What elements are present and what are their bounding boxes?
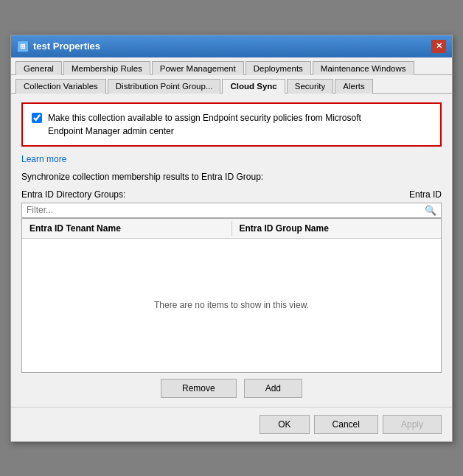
checkbox-label: Make this collection available to assign… <box>48 111 361 138</box>
title-bar: ⊞ test Properties ✕ <box>11 35 452 57</box>
directory-groups-label: Entra ID Directory Groups: <box>21 189 125 200</box>
tabs-row2: Collection Variables Distribution Point … <box>11 75 452 94</box>
filter-input[interactable] <box>27 205 425 215</box>
content-area: Make this collection available to assign… <box>11 94 452 407</box>
directory-groups-table: Entra ID Tenant Name Entra ID Group Name… <box>21 218 442 373</box>
tab-maintenance-windows[interactable]: Maintenance Windows <box>313 61 414 75</box>
cancel-button[interactable]: Cancel <box>314 415 378 434</box>
column-tenant-name: Entra ID Tenant Name <box>22 221 232 236</box>
filter-box: 🔍 <box>21 203 442 218</box>
sync-description: Synchronize collection membership result… <box>21 172 442 182</box>
learn-more-link[interactable]: Learn more <box>21 154 66 164</box>
checkbox-section: Make this collection available to assign… <box>21 102 442 147</box>
table-header: Entra ID Tenant Name Entra ID Group Name <box>22 219 441 239</box>
tab-power-management[interactable]: Power Management <box>152 61 244 75</box>
tab-deployments[interactable]: Deployments <box>246 61 311 75</box>
tabs-row1: General Membership Rules Power Managemen… <box>11 57 452 75</box>
ok-button[interactable]: OK <box>260 415 309 434</box>
table-action-buttons: Remove Add <box>21 379 442 398</box>
tab-general[interactable]: General <box>15 61 62 75</box>
tab-membership-rules[interactable]: Membership Rules <box>63 61 150 75</box>
remove-button[interactable]: Remove <box>161 379 237 398</box>
column-group-name: Entra ID Group Name <box>232 221 442 236</box>
entra-id-column-label: Entra ID <box>409 189 442 200</box>
tab-alerts[interactable]: Alerts <box>335 79 372 94</box>
close-button[interactable]: ✕ <box>431 40 446 53</box>
search-icon-button[interactable]: 🔍 <box>425 205 436 216</box>
tab-distribution-point-groups[interactable]: Distribution Point Group... <box>108 79 221 94</box>
add-button[interactable]: Add <box>244 379 302 398</box>
tab-collection-variables[interactable]: Collection Variables <box>15 79 106 94</box>
properties-window: ⊞ test Properties ✕ General Membership R… <box>10 35 453 442</box>
window-icon: ⊞ <box>17 41 29 52</box>
endpoint-security-checkbox[interactable] <box>32 113 42 123</box>
table-empty-message: There are no items to show in this view. <box>22 239 441 371</box>
window-title: test Properties <box>33 41 100 52</box>
tab-security[interactable]: Security <box>287 79 334 94</box>
tab-cloud-sync[interactable]: Cloud Sync <box>222 79 285 94</box>
apply-button[interactable]: Apply <box>383 415 442 434</box>
footer: OK Cancel Apply <box>11 407 452 441</box>
directory-section: Entra ID Directory Groups: Entra ID 🔍 En… <box>21 189 442 373</box>
